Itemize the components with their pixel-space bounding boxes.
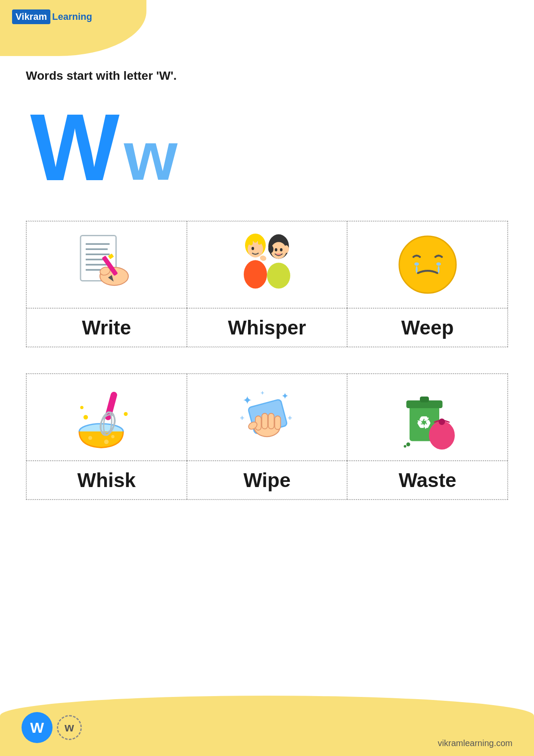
svg-point-41	[81, 406, 84, 409]
svg-point-59	[438, 419, 445, 425]
svg-rect-15	[253, 235, 257, 243]
svg-point-25	[268, 245, 273, 253]
svg-point-30	[436, 262, 441, 266]
svg-point-60	[406, 443, 410, 447]
capital-letter: W	[30, 100, 120, 195]
badge-capital-W: W	[22, 712, 53, 743]
wipe-label: Wipe	[243, 469, 290, 492]
svg-point-18	[244, 260, 267, 289]
svg-text:✦: ✦	[242, 394, 252, 407]
whisk-label: Whisk	[78, 469, 136, 492]
svg-point-40	[124, 412, 128, 416]
svg-point-26	[284, 245, 289, 253]
weep-icon	[393, 230, 462, 299]
main-content: Words start with letter 'W'. W w	[0, 0, 534, 552]
cell-weep-label: Weep	[347, 308, 508, 347]
svg-rect-47	[275, 416, 281, 430]
logo-vikram: Vikram	[12, 9, 50, 24]
bottom-section: W w vikramlearning.com	[0, 687, 534, 756]
cell-wipe-icon: ✦ ✦ + + +	[187, 374, 348, 461]
cell-wipe-label: Wipe	[187, 461, 348, 500]
svg-point-39	[84, 415, 88, 420]
svg-point-24	[267, 263, 290, 289]
website-url: vikramlearning.com	[438, 738, 512, 748]
whisper-label: Whisper	[228, 316, 306, 339]
bottom-badges: W w	[22, 712, 82, 743]
logo: Vikram Learning	[12, 9, 94, 24]
whisper-icon	[233, 230, 301, 299]
svg-point-17	[251, 247, 254, 250]
cell-weep-icon	[347, 221, 508, 308]
logo-learning: Learning	[50, 9, 94, 24]
write-label: Write	[82, 316, 131, 339]
svg-point-61	[404, 445, 406, 448]
cell-whisk-icon	[26, 374, 187, 461]
cell-write-icon	[26, 221, 187, 308]
cell-write-label: Write	[26, 308, 187, 347]
cell-waste-icon: ♻	[347, 374, 508, 461]
write-icon	[72, 230, 141, 299]
page-subtitle: Words start with letter 'W'.	[26, 69, 508, 83]
cell-whisk-label: Whisk	[26, 461, 187, 500]
word-grid-row1: Write Whisper Weep	[26, 221, 508, 347]
letter-display: W w	[26, 100, 508, 195]
svg-point-29	[414, 262, 419, 266]
svg-rect-45	[262, 413, 268, 429]
word-grid-row2: ✦ ✦ + + + ♻	[26, 373, 508, 500]
svg-text:♻: ♻	[416, 414, 431, 432]
waste-label: Waste	[399, 469, 456, 492]
svg-text:+: +	[261, 389, 264, 396]
whisk-icon	[72, 383, 141, 452]
badge-small-w: w	[57, 715, 82, 740]
cell-whisper-label: Whisper	[187, 308, 348, 347]
waste-icon: ♻	[393, 383, 462, 452]
svg-rect-46	[268, 413, 274, 429]
small-letter: w	[124, 122, 177, 191]
svg-text:✦: ✦	[281, 391, 289, 401]
svg-point-34	[112, 435, 115, 438]
svg-rect-14	[249, 236, 253, 245]
svg-point-58	[429, 421, 455, 450]
svg-rect-56	[420, 397, 429, 403]
svg-rect-16	[258, 236, 261, 245]
svg-point-33	[104, 440, 109, 444]
weep-label: Weep	[401, 316, 454, 339]
svg-text:+: +	[240, 414, 245, 422]
svg-point-19	[259, 255, 267, 262]
svg-point-23	[280, 248, 283, 252]
wipe-icon: ✦ ✦ + + +	[233, 383, 301, 452]
svg-point-32	[88, 436, 92, 440]
cell-whisper-icon	[187, 221, 348, 308]
svg-text:+: +	[288, 414, 292, 422]
cell-waste-label: Waste	[347, 461, 508, 500]
svg-point-22	[275, 248, 277, 252]
